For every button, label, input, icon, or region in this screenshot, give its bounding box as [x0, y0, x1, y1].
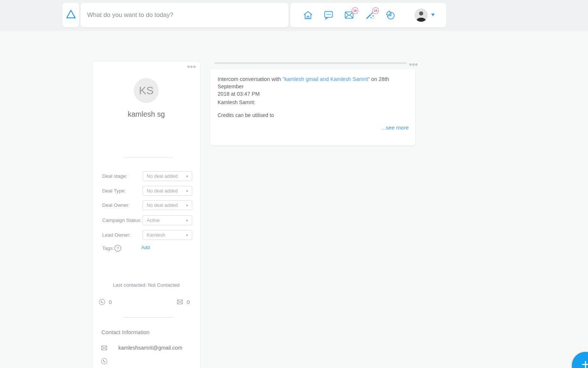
- phone-icon: [101, 358, 108, 365]
- reports-nav-button[interactable]: [385, 10, 395, 20]
- home-icon: [303, 10, 313, 20]
- email-unread-badge: 16: [352, 7, 358, 14]
- mail-count-icon: [176, 298, 183, 305]
- deal-type-select[interactable]: No deal added: [143, 186, 192, 196]
- tags-label: Tags:: [102, 244, 114, 252]
- divider: [123, 157, 173, 158]
- divider: [123, 317, 173, 318]
- help-icon[interactable]: ?: [114, 244, 122, 252]
- conversation-card: Intercom conversation with "kamlesh gmai…: [210, 69, 415, 145]
- conversation-title: Intercom conversation with "kamlesh gmai…: [218, 75, 408, 98]
- lead-owner-label: Lead Owner:: [102, 230, 130, 240]
- pie-chart-icon: [385, 10, 395, 20]
- contact-card-menu-button[interactable]: [186, 63, 197, 70]
- user-menu[interactable]: [415, 8, 435, 22]
- email-count: 0: [187, 299, 190, 305]
- conversation-title-prefix: Intercom conversation with: [218, 76, 283, 82]
- automation-badge: 10: [372, 7, 379, 14]
- top-nav: 16 10: [290, 3, 446, 27]
- svg-text:?: ?: [116, 246, 119, 251]
- home-nav-button[interactable]: [303, 10, 313, 20]
- campaign-status-select[interactable]: Active: [143, 215, 192, 225]
- app-screen: 16 10: [0, 0, 588, 368]
- phone-icon: [98, 298, 105, 305]
- deal-owner-label: Deal Owner:: [102, 200, 130, 210]
- chevron-down-icon: [431, 14, 435, 16]
- last-contacted-text: Last contacted: Not Contacted: [93, 282, 200, 288]
- contact-name: kamlesh sg: [93, 110, 200, 118]
- contact-email-value[interactable]: kamleshsamrit@gmail.com: [118, 345, 182, 351]
- conversation-snippet: Credits can be utilised to: [218, 112, 274, 118]
- email-nav-button[interactable]: 16: [344, 10, 354, 20]
- contact-card: KS kamlesh sg Deal stage: No deal added …: [93, 62, 200, 368]
- chat-bubble-icon: [323, 10, 334, 20]
- conversations-nav-button[interactable]: [323, 10, 334, 20]
- user-avatar: [415, 8, 428, 22]
- deal-stage-row: Deal stage: No deal added: [93, 171, 200, 181]
- lead-owner-select[interactable]: Kamlesh: [143, 230, 192, 240]
- deal-type-row: Deal Type: No deal added: [93, 186, 200, 196]
- contact-phone-row: [93, 358, 200, 365]
- global-search-input[interactable]: [80, 3, 288, 27]
- conversation-speaker: Kamlesh Samrit:: [218, 99, 255, 105]
- campaign-status-row: Campaign Status: Active: [93, 215, 200, 225]
- triangle-logo-icon: [65, 8, 77, 22]
- deal-owner-row: Deal Owner: No deal added: [93, 200, 200, 210]
- add-tag-link[interactable]: Add: [141, 245, 150, 250]
- lead-owner-row: Lead Owner: Kamlesh: [93, 230, 200, 240]
- deal-type-label: Deal Type:: [102, 186, 126, 196]
- email-icon: [101, 344, 108, 351]
- automation-nav-button[interactable]: 10: [365, 10, 375, 20]
- conversation-participants-link[interactable]: "kamlesh gmail and Kamlesh Samrit": [283, 76, 370, 82]
- contact-information-heading: Contact Information: [101, 329, 150, 335]
- see-more-link[interactable]: ...see more: [381, 124, 409, 131]
- call-count: 0: [109, 299, 112, 305]
- activity-counts-row: 0 0: [93, 298, 200, 306]
- campaign-status-label: Campaign Status:: [102, 215, 141, 225]
- timeline-menu-button[interactable]: [408, 61, 419, 68]
- deal-stage-label: Deal stage:: [102, 171, 127, 181]
- global-search: [80, 3, 288, 27]
- deal-stage-select[interactable]: No deal added: [143, 171, 192, 181]
- tags-row: Tags: ? Add: [93, 244, 200, 252]
- app-logo[interactable]: [62, 3, 79, 27]
- contact-initials-avatar: KS: [134, 78, 159, 103]
- conversation-title-time: 2018 at 03:47 PM: [218, 91, 259, 97]
- add-fab-button[interactable]: +: [572, 352, 588, 368]
- contact-email-row: kamleshsamrit@gmail.com: [93, 344, 200, 352]
- timeline-scrollbar[interactable]: [214, 62, 407, 64]
- deal-owner-select[interactable]: No deal added: [143, 200, 192, 210]
